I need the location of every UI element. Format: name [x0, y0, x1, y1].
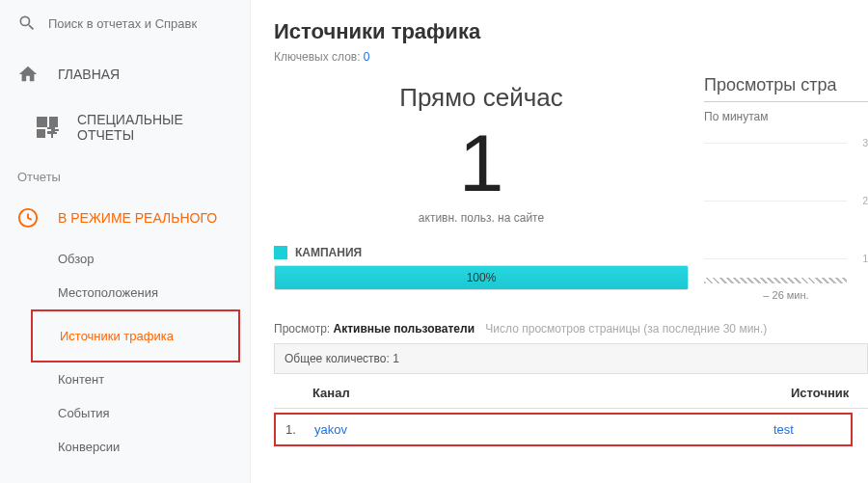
search-icon — [17, 13, 37, 33]
home-icon — [17, 64, 39, 85]
nav-sub-content[interactable]: Контент — [0, 362, 250, 396]
sidebar: ГЛАВНАЯ СПЕЦИАЛЬНЫЕ ОТЧЕТЫ Отчеты В РЕЖИ… — [0, 0, 251, 483]
active-users-count: 1 — [274, 122, 689, 203]
nav-sub-locations[interactable]: Местоположения — [0, 276, 250, 309]
search-row — [0, 8, 250, 50]
pageviews-panel: Просмотры стра По минутам 3 2 1 – 26 мин… — [689, 75, 868, 297]
row-channel-link[interactable]: yakov — [314, 422, 773, 437]
table-row[interactable]: 1. yakov test — [276, 415, 851, 444]
nav-special-label: СПЕЦИАЛЬНЫЕ ОТЧЕТЫ — [77, 112, 232, 143]
page-title: Источники трафика — [274, 19, 868, 44]
per-minute-label: По минутам — [704, 110, 868, 123]
nav-home-label: ГЛАВНАЯ — [58, 67, 120, 82]
ytick-3: 3 — [862, 138, 868, 148]
campaign-swatch — [274, 246, 287, 259]
table-header: Канал Источник — [274, 376, 868, 409]
right-now-title: Прямо сейчас — [274, 83, 689, 113]
total-bar: Общее количество: 1 — [274, 343, 868, 374]
highlight-traffic-sources: Источники трафика — [31, 309, 240, 362]
nav-audience[interactable]: АУДИТОРИЯ — [0, 473, 250, 483]
nav-sub-traffic-sources[interactable]: Источники трафика — [33, 319, 238, 353]
viewmode-active-tab[interactable]: Активные пользователи — [333, 322, 475, 335]
nav-sub-conversions[interactable]: Конверсии — [0, 430, 250, 464]
viewmode-row: Просмотр: Активные пользователи Число пр… — [274, 322, 868, 335]
viewmode-label: Просмотр: — [274, 322, 330, 335]
nav-home[interactable]: ГЛАВНАЯ — [0, 50, 250, 98]
keywords-count-link[interactable]: 0 — [364, 50, 370, 64]
clock-icon — [17, 207, 39, 228]
col-source-header[interactable]: Источник — [791, 386, 858, 400]
main-content: Источники трафика Ключевых слов: 0 Прямо… — [251, 0, 868, 483]
pageviews-minichart: 3 2 1 – 26 мин. — [704, 133, 868, 297]
total-label: Общее количество: — [285, 352, 390, 365]
search-input[interactable] — [48, 16, 232, 31]
reports-section-label: Отчеты — [0, 156, 250, 194]
ytick-2: 2 — [862, 196, 868, 206]
campaign-legend: КАМПАНИЯ — [274, 246, 689, 259]
nav-sub-events[interactable]: События — [0, 396, 250, 430]
dashboard-icon — [37, 117, 58, 138]
nav-special-reports[interactable]: СПЕЦИАЛЬНЫЕ ОТЧЕТЫ — [0, 98, 250, 156]
col-channel-header[interactable]: Канал — [312, 386, 791, 400]
row-index: 1. — [285, 422, 314, 437]
table-row-highlight: 1. yakov test — [274, 413, 853, 446]
active-users-caption: активн. польз. на сайте — [274, 211, 689, 225]
viewmode-alt-tab[interactable]: Число просмотров страницы (за последние … — [485, 322, 767, 335]
realtime-panel: Прямо сейчас 1 активн. польз. на сайте К… — [274, 75, 689, 297]
nav-realtime-label: В РЕЖИМЕ РЕАЛЬНОГО — [58, 210, 217, 226]
keywords-row: Ключевых слов: 0 — [274, 50, 868, 64]
ytick-1: 1 — [862, 254, 868, 264]
nav-sub-overview[interactable]: Обзор — [0, 242, 250, 276]
total-value: 1 — [393, 352, 399, 365]
row-source-link[interactable]: test — [773, 422, 841, 437]
campaign-bar-value: 100% — [467, 271, 497, 284]
keywords-label: Ключевых слов: — [274, 50, 361, 64]
campaign-label: КАМПАНИЯ — [295, 246, 362, 259]
nav-realtime[interactable]: В РЕЖИМЕ РЕАЛЬНОГО — [0, 194, 250, 242]
campaign-bar: 100% — [274, 265, 689, 290]
chart-hatch — [704, 278, 847, 283]
pageviews-title: Просмотры стра — [704, 75, 868, 102]
chart-xlabel: – 26 мин. — [763, 289, 808, 301]
